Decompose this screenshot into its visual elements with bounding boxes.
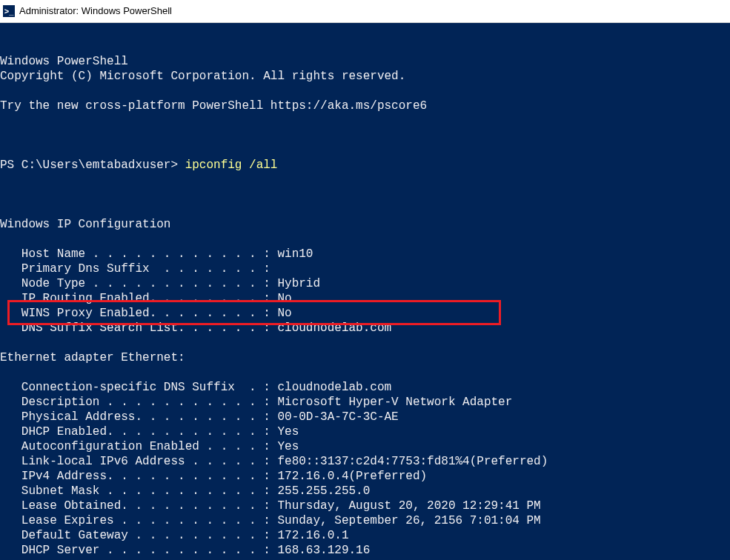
- terminal-line: [0, 365, 730, 380]
- terminal-line: [0, 202, 730, 217]
- terminal-line: Link-local IPv6 Address . . . . . : fe80…: [0, 454, 730, 469]
- prompt-prefix: PS C:\Users\emtabadxuser>: [0, 159, 185, 172]
- terminal-line: WINS Proxy Enabled. . . . . . . . : No: [0, 306, 730, 321]
- terminal-line: Ethernet adapter Ethernet:: [0, 350, 730, 365]
- terminal-line: IP Routing Enabled. . . . . . . . : No: [0, 291, 730, 306]
- command-text: ipconfig /all: [185, 159, 278, 172]
- terminal-line: Windows PowerShell: [0, 54, 730, 69]
- terminal-line: Default Gateway . . . . . . . . . : 172.…: [0, 528, 730, 543]
- terminal-line: [0, 336, 730, 350]
- terminal-line: Copyright (C) Microsoft Corporation. All…: [0, 69, 730, 84]
- terminal-line: Primary Dns Suffix . . . . . . . :: [0, 261, 730, 276]
- terminal-line: Lease Obtained. . . . . . . . . . : Thur…: [0, 499, 730, 513]
- terminal-line: Physical Address. . . . . . . . . : 00-0…: [0, 410, 730, 424]
- terminal-line: Node Type . . . . . . . . . . . . : Hybr…: [0, 276, 730, 291]
- terminal-line: [0, 84, 730, 99]
- window-title: Administrator: Windows PowerShell: [19, 4, 172, 19]
- terminal-line: Description . . . . . . . . . . . : Micr…: [0, 395, 730, 410]
- terminal-line: DHCP Server . . . . . . . . . . . : 168.…: [0, 543, 730, 558]
- terminal-output[interactable]: Windows PowerShellCopyright (C) Microsof…: [0, 23, 730, 560]
- powershell-icon: >_: [3, 5, 15, 17]
- terminal-line: IPv4 Address. . . . . . . . . . . : 172.…: [0, 469, 730, 484]
- terminal-line: Try the new cross-platform PowerShell ht…: [0, 99, 730, 113]
- window-titlebar[interactable]: >_ Administrator: Windows PowerShell: [0, 0, 730, 23]
- terminal-line: Host Name . . . . . . . . . . . . : win1…: [0, 247, 730, 261]
- terminal-line: Autoconfiguration Enabled . . . . : Yes: [0, 439, 730, 454]
- terminal-line: DNS Suffix Search List. . . . . . : clou…: [0, 321, 730, 336]
- terminal-line: DHCP Enabled. . . . . . . . . . . : Yes: [0, 424, 730, 439]
- terminal-line: Windows IP Configuration: [0, 217, 730, 232]
- terminal-line: Subnet Mask . . . . . . . . . . . : 255.…: [0, 484, 730, 499]
- terminal-line: [0, 232, 730, 247]
- terminal-line: Lease Expires . . . . . . . . . . : Sund…: [0, 513, 730, 528]
- terminal-line: Connection-specific DNS Suffix . : cloud…: [0, 380, 730, 395]
- terminal-line: [0, 113, 730, 128]
